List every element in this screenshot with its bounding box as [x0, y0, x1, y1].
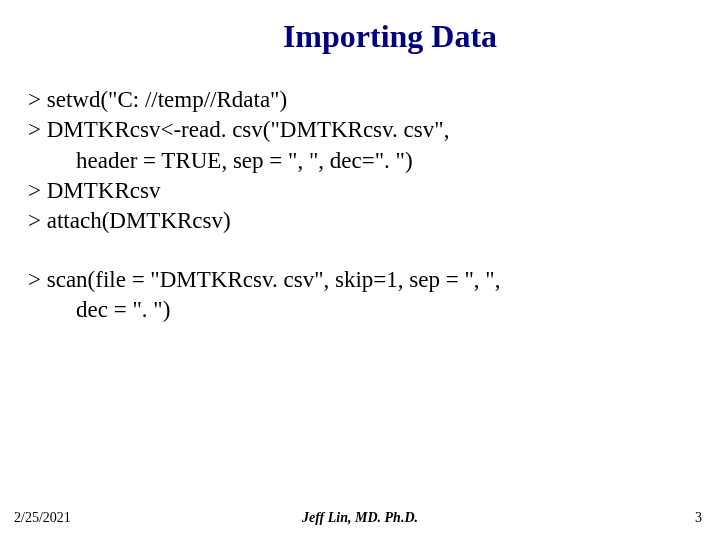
- slide: Importing Data > setwd("C: //temp//Rdata…: [0, 0, 720, 540]
- footer-page-number: 3: [695, 510, 702, 526]
- code-line: > DMTKRcsv<-read. csv("DMTKRcsv. csv",: [28, 115, 692, 145]
- footer-author: Jeff Lin, MD. Ph.D.: [0, 510, 720, 526]
- code-line: > scan(file = "DMTKRcsv. csv", skip=1, s…: [28, 265, 692, 295]
- code-line: dec = ". "): [28, 295, 692, 325]
- code-block-2: > scan(file = "DMTKRcsv. csv", skip=1, s…: [28, 265, 692, 326]
- code-line: > setwd("C: //temp//Rdata"): [28, 85, 692, 115]
- slide-content: > setwd("C: //temp//Rdata") > DMTKRcsv<-…: [0, 61, 720, 326]
- footer: 2/25/2021 Jeff Lin, MD. Ph.D. 3: [0, 502, 720, 526]
- code-line: > attach(DMTKRcsv): [28, 206, 692, 236]
- code-line: > DMTKRcsv: [28, 176, 692, 206]
- code-line: header = TRUE, sep = ", ", dec=". "): [28, 146, 692, 176]
- code-block-1: > setwd("C: //temp//Rdata") > DMTKRcsv<-…: [28, 85, 692, 237]
- slide-title: Importing Data: [0, 0, 720, 61]
